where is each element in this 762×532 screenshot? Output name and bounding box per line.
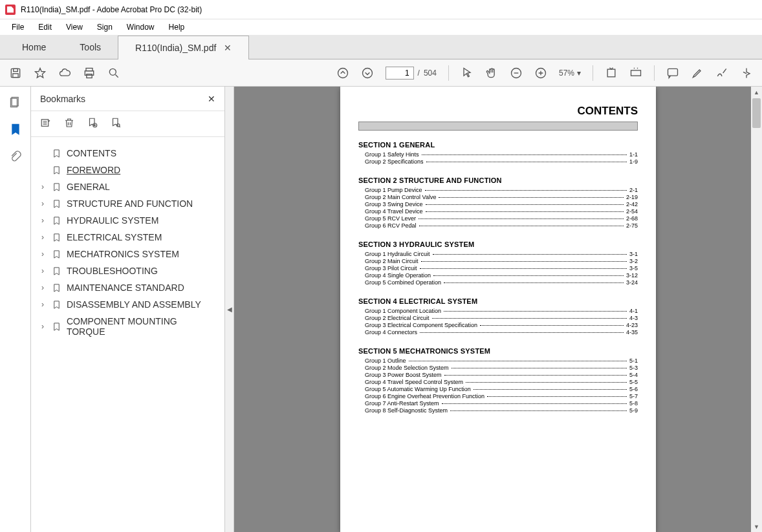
- save-icon[interactable]: [9, 67, 22, 80]
- bookmark-item[interactable]: ›TROUBLESHOOTING: [38, 262, 218, 279]
- toc-row: Group 2 Electrical Circuit4-3: [358, 315, 638, 321]
- star-icon[interactable]: [34, 67, 47, 80]
- bookmark-item[interactable]: ›MECHATRONICS SYSTEM: [38, 246, 218, 262]
- svg-rect-1: [14, 69, 18, 71]
- section-heading: SECTION 5 MECHATRONICS SYSTEM: [358, 347, 638, 355]
- page-up-icon[interactable]: [336, 67, 349, 80]
- close-panel-icon[interactable]: ✕: [208, 94, 215, 104]
- svg-point-6: [109, 69, 116, 75]
- page-current-input[interactable]: [386, 67, 414, 80]
- document-viewport[interactable]: CONTENTS SECTION 1 GENERALGroup 1 Safety…: [234, 87, 762, 532]
- toc-leader: [444, 311, 627, 312]
- menu-file[interactable]: File: [5, 21, 30, 33]
- highlight-icon[interactable]: [691, 67, 704, 80]
- toc-row: Group 3 Pilot Circuit3-5: [358, 265, 638, 271]
- scroll-up-icon[interactable]: ▲: [751, 87, 762, 98]
- zoom-level[interactable]: 57% ▾: [559, 69, 581, 78]
- toc-page: 5-4: [629, 372, 638, 378]
- section-heading: SECTION 3 HYDRAULIC SYSTEM: [358, 240, 638, 248]
- bookmark-label: TROUBLESHOOTING: [67, 266, 158, 276]
- bookmarks-icon[interactable]: [9, 123, 22, 136]
- find-bookmark-icon[interactable]: [110, 117, 122, 131]
- page-down-icon[interactable]: [361, 67, 374, 80]
- menu-window[interactable]: Window: [120, 21, 161, 33]
- toc-section: SECTION 1 GENERALGroup 1 Safety Hints1-1…: [358, 141, 638, 165]
- bookmark-item[interactable]: ›DISASSEMBLY AND ASSEMBLY: [38, 296, 218, 313]
- close-tab-icon[interactable]: ✕: [224, 43, 232, 53]
- toc-page: 5-3: [629, 365, 638, 371]
- delete-bookmark-icon[interactable]: [63, 117, 75, 131]
- toc-section: SECTION 3 HYDRAULIC SYSTEMGroup 1 Hydrau…: [358, 240, 638, 286]
- bookmark-item[interactable]: CONTENTS: [38, 145, 218, 162]
- fit-page-icon[interactable]: [629, 67, 642, 80]
- print-icon[interactable]: [83, 67, 96, 80]
- toc-section: SECTION 5 MECHATRONICS SYSTEMGroup 1 Out…: [358, 347, 638, 414]
- toc-section: SECTION 2 STRUCTURE AND FUNCTIONGroup 1 …: [358, 176, 638, 229]
- toc-row: Group 2 Main Control Valve2-19: [358, 194, 638, 200]
- more-tools-icon[interactable]: [740, 67, 753, 80]
- search-icon[interactable]: [107, 67, 120, 80]
- toc-entry: Group 1 Component Location: [365, 308, 441, 314]
- bookmark-item[interactable]: FOREWORD: [38, 162, 218, 178]
- toc-page: 4-3: [629, 315, 638, 321]
- zoom-out-icon[interactable]: [510, 67, 523, 80]
- toolbar: / 504 57% ▾: [0, 59, 762, 87]
- toc-entry: Group 2 Mode Selection System: [365, 365, 449, 371]
- toc-leader: [452, 368, 627, 368]
- thumbnails-icon[interactable]: [9, 96, 22, 109]
- chevron-icon[interactable]: ›: [39, 182, 47, 191]
- chevron-icon[interactable]: ›: [39, 300, 47, 309]
- chevron-icon[interactable]: ›: [39, 199, 47, 208]
- toc-leader: [487, 396, 627, 397]
- scroll-down-icon[interactable]: ▼: [751, 521, 762, 532]
- bookmark-item[interactable]: ›COMPONENT MOUNTING TORQUE: [38, 313, 218, 340]
- menu-edit[interactable]: Edit: [32, 21, 58, 33]
- toc-entry: Group 4 Travel Device: [365, 208, 423, 215]
- menu-sign[interactable]: Sign: [91, 21, 119, 33]
- toc-row: Group 3 Power Boost System5-4: [358, 372, 638, 378]
- bookmark-label: HYDRAULIC SYSTEM: [67, 215, 158, 226]
- vertical-scrollbar[interactable]: ▲ ▼: [751, 87, 762, 532]
- toc-leader: [426, 204, 624, 205]
- bookmark-item[interactable]: ›STRUCTURE AND FUNCTION: [38, 195, 218, 212]
- attachments-icon[interactable]: [9, 150, 22, 163]
- menu-view[interactable]: View: [60, 21, 89, 33]
- fit-width-icon[interactable]: [605, 67, 618, 80]
- toc-entry: Group 5 RCV Lever: [365, 215, 416, 222]
- bookmark-item[interactable]: ›HYDRAULIC SYSTEM: [38, 212, 218, 229]
- chevron-icon[interactable]: ›: [39, 250, 47, 259]
- svg-rect-11: [607, 69, 615, 77]
- chevron-icon[interactable]: ›: [39, 216, 47, 225]
- chevron-icon[interactable]: ›: [39, 283, 47, 292]
- scroll-thumb[interactable]: [752, 98, 761, 128]
- bookmark-item[interactable]: ›ELECTRICAL SYSTEM: [38, 229, 218, 246]
- menu-help[interactable]: Help: [162, 21, 191, 33]
- bookmark-item[interactable]: ›MAINTENANCE STANDARD: [38, 279, 218, 296]
- toc-leader: [419, 218, 624, 219]
- pointer-icon[interactable]: [461, 67, 474, 80]
- tab-document-label: R110(India)_SM.pdf: [135, 43, 216, 53]
- bookmark-label: STRUCTURE AND FUNCTION: [67, 198, 193, 209]
- tab-document[interactable]: R110(India)_SM.pdf ✕: [118, 36, 249, 59]
- comment-icon[interactable]: [666, 67, 679, 80]
- collapse-panel-button[interactable]: ◀: [225, 87, 234, 532]
- page-total: 504: [424, 69, 437, 78]
- chevron-icon[interactable]: ›: [39, 322, 47, 331]
- tab-tools[interactable]: Tools: [63, 36, 118, 59]
- bookmark-item[interactable]: ›GENERAL: [38, 178, 218, 195]
- tab-home[interactable]: Home: [5, 36, 63, 59]
- page-sep: /: [418, 69, 420, 78]
- toc-page: 2-68: [626, 215, 638, 222]
- chevron-icon[interactable]: ›: [39, 266, 47, 275]
- chevron-icon[interactable]: ›: [39, 233, 47, 242]
- toc-row: Group 4 Connectors4-35: [358, 329, 638, 335]
- menu-bar: File Edit View Sign Window Help: [0, 19, 762, 35]
- sign-icon[interactable]: [715, 67, 728, 80]
- bookmark-options-icon[interactable]: [40, 117, 52, 131]
- toc-row: Group 1 Hydraulic Circuit3-1: [358, 251, 638, 257]
- add-bookmark-icon[interactable]: [87, 117, 98, 131]
- toc-row: Group 7 Anti-Restart System5-8: [358, 400, 638, 407]
- cloud-icon[interactable]: [58, 67, 71, 80]
- zoom-in-icon[interactable]: [534, 67, 547, 80]
- hand-icon[interactable]: [485, 67, 498, 80]
